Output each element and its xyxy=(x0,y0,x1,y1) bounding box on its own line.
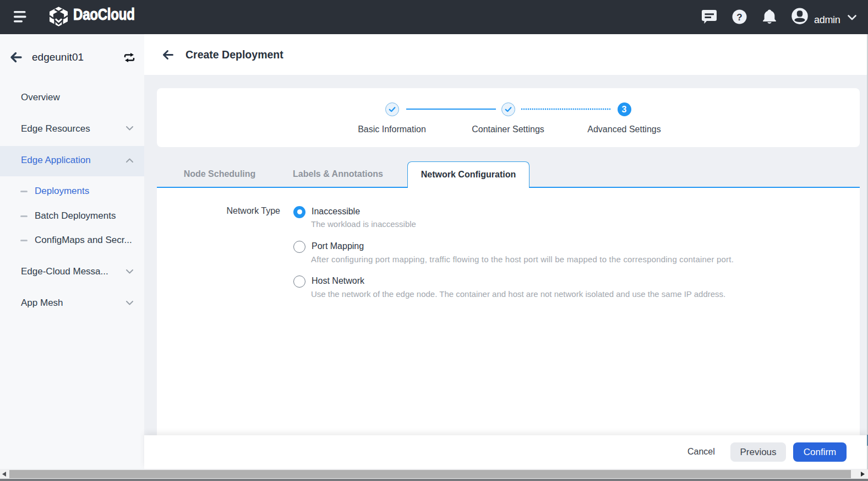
svg-text:?: ? xyxy=(736,12,742,23)
